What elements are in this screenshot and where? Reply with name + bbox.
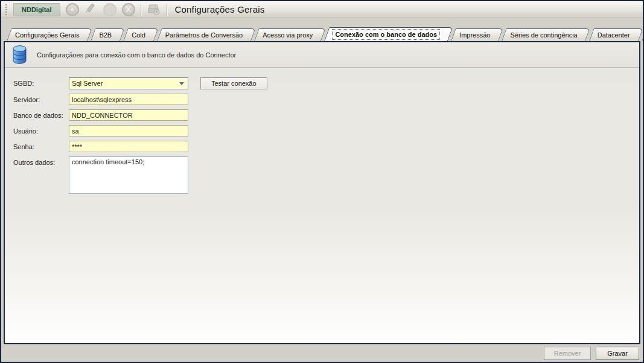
toolbar-separator bbox=[167, 4, 167, 16]
tab-parametros-de-conversao[interactable]: Parâmetros de Conversão bbox=[157, 28, 251, 41]
usuario-input[interactable] bbox=[69, 125, 188, 137]
senha-input[interactable] bbox=[69, 141, 188, 152]
banco-de-dados-input[interactable] bbox=[69, 109, 188, 121]
panel-description: Configuraçãoes para conexão com o banco … bbox=[37, 51, 236, 59]
panel-header: Configuraçãoes para conexão com o banco … bbox=[5, 42, 639, 68]
database-icon bbox=[11, 45, 28, 64]
delete-icon[interactable]: X bbox=[122, 3, 135, 16]
tab-configuracoes-gerais[interactable]: Configurações Gerais bbox=[7, 28, 88, 41]
tab-acesso-via-proxy[interactable]: Acesso via proxy bbox=[254, 28, 321, 41]
tab-b2b[interactable]: B2B bbox=[91, 28, 120, 41]
outros-dados-label: Outros dados: bbox=[13, 156, 69, 194]
servidor-input[interactable] bbox=[69, 94, 188, 105]
usuario-label: Usuário: bbox=[13, 125, 69, 137]
servidor-label: Servidor: bbox=[13, 94, 69, 105]
chevron-down-icon bbox=[179, 82, 184, 85]
tab-impressao[interactable]: Impressão bbox=[451, 28, 499, 41]
toolbar-grip-handle[interactable] bbox=[5, 4, 8, 16]
tab-conexao-com-banco-de-dados[interactable]: Conexão com o banco de dados bbox=[324, 27, 448, 41]
toolbar-separator bbox=[141, 4, 141, 16]
sgbd-label: SGBD: bbox=[13, 77, 69, 89]
nddigital-menu-button[interactable]: NDDigital bbox=[13, 3, 60, 16]
print-icon[interactable] bbox=[147, 3, 161, 16]
tab-cold[interactable]: Cold bbox=[123, 28, 154, 41]
footer-bar: Remover Gravar bbox=[1, 344, 643, 362]
tab-datacenter[interactable]: Datacenter bbox=[589, 28, 639, 41]
banco-de-dados-label: Banco de dados: bbox=[13, 109, 69, 121]
sgbd-selected-value: Sql Server bbox=[69, 80, 179, 87]
save-button[interactable]: Gravar bbox=[596, 347, 639, 360]
page-title: Configurações Gerais bbox=[175, 4, 265, 14]
tab-strip: Configurações Gerais B2B Cold Parâmetros… bbox=[4, 27, 640, 41]
sgbd-dropdown[interactable]: Sql Server bbox=[69, 77, 188, 89]
toolbar: NDDigital + * X Configurações Gerais bbox=[1, 1, 643, 18]
tab-content-panel: Configuraçãoes para conexão com o banco … bbox=[4, 41, 640, 344]
tab-series-de-contingencia[interactable]: Séries de contingência bbox=[502, 28, 585, 41]
edit-pencil-icon[interactable] bbox=[84, 3, 98, 16]
tab-documento[interactable]: Documento bbox=[642, 28, 644, 41]
connection-form: SGBD: Sql Server Testar conexão Servidor… bbox=[5, 68, 639, 194]
test-connection-button[interactable]: Testar conexão bbox=[200, 77, 267, 89]
gear-icon[interactable]: * bbox=[103, 3, 116, 16]
app-window: NDDigital + * X Configurações Gerais Con… bbox=[0, 0, 644, 363]
senha-label: Senha: bbox=[13, 141, 69, 152]
remove-button[interactable]: Remover bbox=[544, 347, 591, 360]
add-icon[interactable]: + bbox=[66, 3, 79, 16]
outros-dados-textarea[interactable]: connection timeout=150; bbox=[69, 156, 188, 194]
